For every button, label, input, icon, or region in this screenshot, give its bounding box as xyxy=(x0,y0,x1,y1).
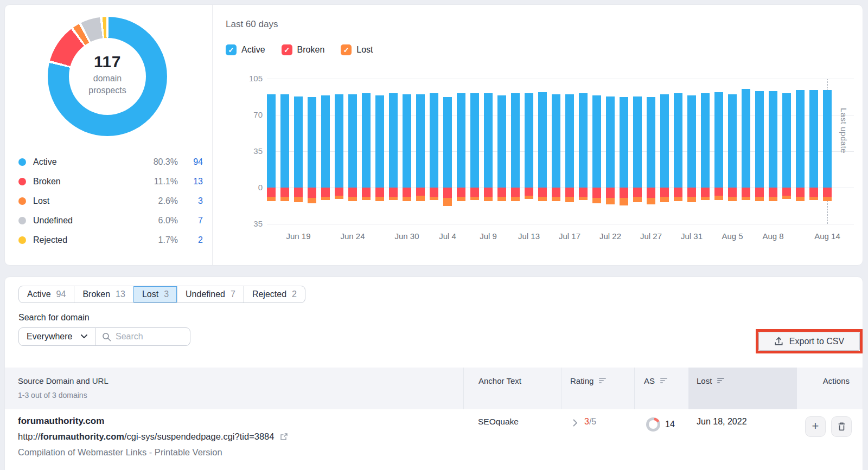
column-header-as[interactable]: AS xyxy=(634,368,688,409)
bar-group[interactable] xyxy=(375,79,384,224)
bar-group[interactable] xyxy=(497,79,506,224)
bar-group[interactable] xyxy=(308,79,316,224)
bar-group[interactable] xyxy=(416,79,425,224)
bar-segment xyxy=(796,188,805,197)
legend-count-link[interactable]: 13 xyxy=(178,177,203,186)
bar-group[interactable] xyxy=(321,79,330,224)
bar-segment xyxy=(809,90,818,188)
bar-group[interactable] xyxy=(687,79,696,224)
bar-group[interactable] xyxy=(294,79,303,224)
column-header-rating[interactable]: Rating xyxy=(561,368,634,409)
bar-group[interactable] xyxy=(430,79,438,224)
chevron-right-icon[interactable] xyxy=(573,419,578,427)
x-tick-label: Jun 24 xyxy=(340,231,365,241)
bar-group[interactable] xyxy=(755,79,764,224)
bar-group[interactable] xyxy=(633,79,642,224)
bar-segment xyxy=(755,188,764,197)
source-url[interactable]: http://forumauthority.com/cgi-sys/suspen… xyxy=(18,429,463,445)
sort-icon[interactable] xyxy=(660,378,668,384)
bar-group[interactable] xyxy=(267,79,276,224)
tab-count: 7 xyxy=(231,289,235,299)
sort-icon[interactable] xyxy=(599,378,607,384)
bar-segment xyxy=(592,198,601,203)
bar-segment xyxy=(457,93,465,188)
delete-button[interactable] xyxy=(831,416,852,437)
legend-item: Active 80.3% 94 xyxy=(18,152,203,172)
legend-count-link[interactable]: 94 xyxy=(178,157,203,167)
bar-group[interactable] xyxy=(660,79,669,224)
x-tick-label: Jun 19 xyxy=(286,231,310,241)
tab-broken[interactable]: Broken13 xyxy=(74,286,133,302)
bar-group[interactable] xyxy=(701,79,710,224)
bar-group[interactable] xyxy=(565,79,574,224)
bar-group[interactable] xyxy=(280,79,289,224)
source-domain-link[interactable]: forumauthority.com xyxy=(18,413,463,429)
bar-group[interactable] xyxy=(348,79,357,224)
bar-group[interactable] xyxy=(674,79,682,224)
bar-group[interactable] xyxy=(620,79,628,224)
bar-group[interactable] xyxy=(484,79,493,224)
bar-segment xyxy=(430,93,438,188)
bar-group[interactable] xyxy=(511,79,520,224)
legend-count-link[interactable]: 3 xyxy=(178,196,203,206)
legend-count-link[interactable]: 2 xyxy=(178,235,203,245)
bar-group[interactable] xyxy=(769,79,777,224)
series-checkbox-active[interactable]: ✓ Active xyxy=(226,44,265,55)
bar-group[interactable] xyxy=(823,79,832,224)
bar-segment xyxy=(823,188,832,197)
search-scope-select[interactable]: Everywhere xyxy=(19,328,95,345)
bar-group[interactable] xyxy=(389,79,398,224)
bar-group[interactable] xyxy=(579,79,588,224)
tab-rejected[interactable]: Rejected2 xyxy=(244,286,305,302)
sort-icon[interactable] xyxy=(717,378,725,384)
bar-group[interactable] xyxy=(809,79,818,224)
bar-segment xyxy=(484,93,493,188)
bar-segment xyxy=(687,95,696,188)
tab-lost[interactable]: Lost3 xyxy=(133,286,177,302)
bar-group[interactable] xyxy=(538,79,547,224)
search-input[interactable] xyxy=(116,332,175,342)
bar-group[interactable] xyxy=(592,79,601,224)
tab-undefined[interactable]: Undefined7 xyxy=(177,286,244,302)
legend-count-link[interactable]: 7 xyxy=(178,216,203,226)
add-button[interactable]: + xyxy=(805,416,826,437)
bar-segment xyxy=(647,198,655,204)
bar-segment xyxy=(674,197,682,201)
bar-group[interactable] xyxy=(470,79,479,224)
bar-group[interactable] xyxy=(443,79,452,224)
search-icon xyxy=(102,332,111,342)
bar-segment xyxy=(769,197,777,201)
column-header-actions: Actions xyxy=(797,368,863,409)
bar-group[interactable] xyxy=(647,79,655,224)
bar-group[interactable] xyxy=(525,79,533,224)
bar-segment xyxy=(660,197,669,202)
bar-group[interactable] xyxy=(714,79,723,224)
bar-segment xyxy=(538,197,547,201)
bar-group[interactable] xyxy=(403,79,411,224)
export-highlight-annotation: Export to CSV xyxy=(756,329,863,353)
export-to-csv-button[interactable]: Export to CSV xyxy=(758,332,860,351)
bar-segment xyxy=(606,188,615,198)
series-checkbox-broken[interactable]: ✓ Broken xyxy=(282,44,325,55)
bar-group[interactable] xyxy=(606,79,615,224)
bar-group[interactable] xyxy=(335,79,343,224)
tab-active[interactable]: Active94 xyxy=(19,286,74,302)
y-tick-label: 0 xyxy=(229,183,263,192)
bar-segment xyxy=(443,188,452,198)
bar-group[interactable] xyxy=(742,79,750,224)
external-link-icon[interactable] xyxy=(280,433,288,441)
column-header-lost[interactable]: Lost xyxy=(688,368,797,409)
bar-segment xyxy=(511,188,520,197)
bar-group[interactable] xyxy=(457,79,465,224)
bar-group[interactable] xyxy=(796,79,805,224)
bar-group[interactable] xyxy=(552,79,560,224)
bar-segment xyxy=(552,197,560,201)
bar-segment xyxy=(348,94,357,188)
bar-segment xyxy=(525,188,533,196)
bar-group[interactable] xyxy=(728,79,737,224)
lost-date-cell: Jun 18, 2022 xyxy=(688,409,797,470)
export-to-csv-label: Export to CSV xyxy=(789,337,844,346)
series-checkbox-lost[interactable]: ✓ Lost xyxy=(341,44,373,55)
bar-group[interactable] xyxy=(782,79,791,224)
bar-group[interactable] xyxy=(362,79,371,224)
